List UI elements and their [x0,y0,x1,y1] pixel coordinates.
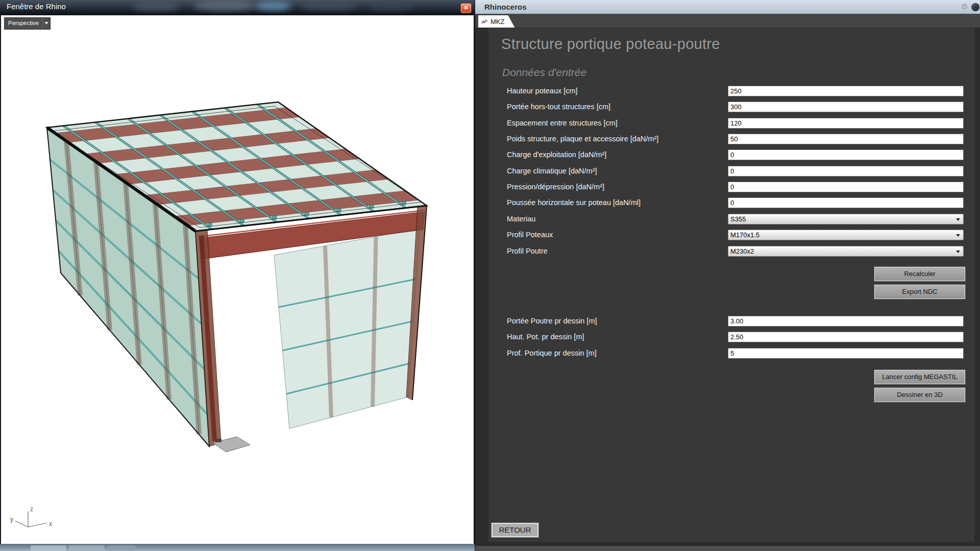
panel-bottom-edge [475,546,980,551]
form-row: Charge climatique [daN/m²] [507,166,979,177]
prof-portique-dessin-input[interactable] [728,348,964,359]
form-row: Portée Poutre pr dessin [m] [507,316,979,327]
chevron-down-icon [956,234,960,237]
form-row: Haut. Pot. pr dessin [m] [507,332,979,343]
panel-title: Rhinoceros [484,3,527,11]
tab-mkz-label: MKZ [491,18,504,26]
section-title: Données d'entrée [502,66,586,79]
chevron-down-icon[interactable] [42,18,50,29]
window-titlebar[interactable]: Fenêtre de Rhino ✕ [0,0,475,14]
charge-exploitation-input[interactable] [728,149,964,160]
form-row: Portée hors-tout structures [cm] [507,102,979,113]
panel-close-icon[interactable]: ✕ [971,3,979,11]
taskbar-fragment [107,545,135,551]
field-label: Pression/dépression [daN/m²] [507,182,604,192]
titlebar-blur-artifact [133,2,179,11]
pression-depression-input[interactable] [728,182,964,192]
page-title: Structure portique poteau-poutre [501,36,720,53]
field-label: Charge d'exploitation [daN/m²] [507,149,606,160]
gear-icon[interactable]: ⚙ [961,2,968,11]
materiau-value: S355 [730,215,746,223]
form-row: Poussée horizontale sur poteau [daN/ml] [507,197,979,209]
espacement-input[interactable] [728,118,964,129]
form-row: Espacement entre structures [cm] [507,118,979,129]
viewport-mode-dropdown[interactable]: Perspective [4,17,51,30]
form-row: Profil Poteaux M170x1.5 [507,230,979,241]
field-label: Espacement entre structures [cm] [507,118,618,129]
panel-titlebar: Rhinoceros ⚙ ✕ [475,0,980,14]
poids-structure-input[interactable] [728,134,964,144]
axis-z-label: z [30,506,33,513]
portee-hors-tout-input[interactable] [728,102,964,112]
haut-pot-dessin-input[interactable] [728,332,964,342]
titlebar-blur-artifact [368,1,413,11]
form-row: Materiau S355 [507,214,979,225]
taskbar-fragment [31,545,66,551]
panel-tab-bar: MKZ [475,14,980,28]
materiau-select[interactable]: S355 [728,214,964,224]
rhino-viewport-window: Fenêtre de Rhino ✕ Perspective [0,0,475,551]
window-title: Fenêtre de Rhino [7,2,66,11]
form-row: Pression/dépression [daN/m²] [507,182,979,193]
form-row: Profil Poutre M230x2 [507,246,979,257]
profil-poutre-value: M230x2 [730,247,754,255]
portee-poutre-dessin-input[interactable] [728,316,964,327]
form-row: Charge d'exploitation [daN/m²] [507,149,979,161]
3d-model-structure: z x y [1,15,474,544]
form-row: Hauteur poteaux [cm] [507,86,979,97]
axis-y-label: y [10,516,13,523]
form-row: Poids structure, plaque et accessoire [d… [507,134,979,145]
titlebar-blur-artifact [194,1,255,11]
retour-button[interactable]: RETOUR [492,523,538,537]
field-label: Portée Poutre pr dessin [m] [507,316,597,327]
export-ndc-button[interactable]: Export NDC [874,285,965,299]
field-label: Prof. Portique pr dessin [m] [507,348,597,359]
profil-poteaux-select[interactable]: M170x1.5 [728,230,964,240]
field-label: Portée hors-tout structures [cm] [507,102,610,112]
field-label: Profil Poteaux [507,230,553,240]
panel-content: Structure portique poteau-poutre Données… [488,28,974,542]
field-label: Materiau [507,214,535,224]
field-label: Charge climatique [daN/m²] [507,166,597,177]
tab-mkz[interactable]: MKZ [478,15,514,28]
poussee-horizontale-input[interactable] [728,197,964,208]
dessiner-3d-button[interactable]: Dessiner en 3D [874,388,965,402]
taskbar-fragment [69,545,105,551]
lancer-megastil-button[interactable]: Lancer config MEGASTIL [874,370,965,384]
recalculer-button[interactable]: Recalculer [874,267,965,281]
interior-wall-panel [274,229,420,429]
profil-poutre-select[interactable]: M230x2 [728,246,964,257]
viewport-canvas[interactable]: Perspective [1,15,474,544]
viewport-mode-label: Perspective [5,18,42,29]
chevron-down-icon [956,251,960,253]
axis-indicator [15,511,47,527]
rhinoceros-panel: Rhinoceros ⚙ ✕ MKZ Structure portique po… [475,0,980,551]
window-bottom-edge [0,544,475,551]
mkz-tab-icon [481,18,488,24]
axis-x-label: x [49,520,52,528]
profil-poteaux-value: M170x1.5 [730,231,760,239]
titlebar-blur-artifact [255,2,291,11]
titlebar-blur-artifact [301,2,357,10]
field-label: Profil Poutre [507,246,548,257]
field-label: Hauteur poteaux [cm] [507,86,578,96]
chevron-down-icon [956,218,960,221]
screen: Fenêtre de Rhino ✕ Perspective [0,0,980,551]
field-label: Poids structure, plaque et accessoire [d… [507,134,658,144]
form-row: Prof. Portique pr dessin [m] [507,348,979,359]
field-label: Poussée horizontale sur poteau [daN/ml] [507,197,641,208]
charge-climatique-input[interactable] [728,166,964,177]
field-label: Haut. Pot. pr dessin [m] [507,332,584,342]
close-button[interactable]: ✕ [460,3,472,13]
hauteur-poteaux-input[interactable] [728,86,964,96]
